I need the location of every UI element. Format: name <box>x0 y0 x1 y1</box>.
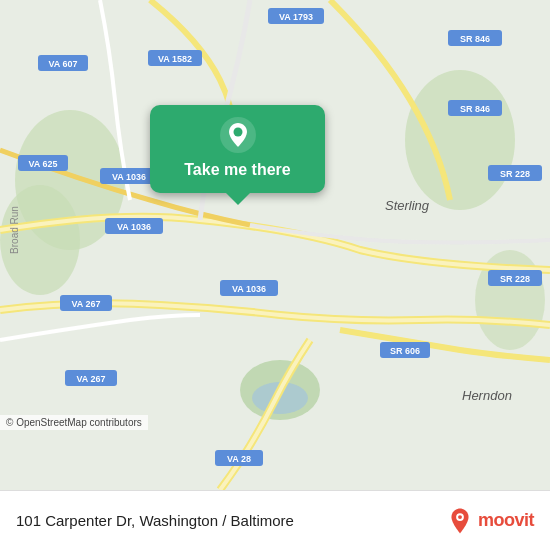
moovit-brand-text: moovit <box>478 510 534 531</box>
svg-text:VA 625: VA 625 <box>28 159 57 169</box>
svg-text:Sterling: Sterling <box>385 198 430 213</box>
footer: 101 Carpenter Dr, Washington / Baltimore… <box>0 490 550 550</box>
copyright-notice: © OpenStreetMap contributors <box>0 415 148 430</box>
moovit-pin-icon <box>446 507 474 535</box>
svg-text:VA 267: VA 267 <box>76 374 105 384</box>
callout-label: Take me there <box>184 161 290 179</box>
svg-text:SR 228: SR 228 <box>500 274 530 284</box>
address-label: 101 Carpenter Dr, Washington / Baltimore <box>16 512 294 529</box>
moovit-logo: moovit <box>446 507 534 535</box>
svg-text:VA 267: VA 267 <box>71 299 100 309</box>
svg-text:SR 606: SR 606 <box>390 346 420 356</box>
svg-text:Broad Run: Broad Run <box>9 206 20 254</box>
svg-text:VA 1793: VA 1793 <box>279 12 313 22</box>
svg-text:VA 1582: VA 1582 <box>158 54 192 64</box>
take-me-there-callout[interactable]: Take me there <box>150 105 325 193</box>
svg-text:SR 846: SR 846 <box>460 34 490 44</box>
map-container: VA 1793 VA 607 VA 1582 VA 625 VA 1036 VA… <box>0 0 550 490</box>
svg-point-43 <box>458 515 462 519</box>
svg-text:SR 846: SR 846 <box>460 104 490 114</box>
svg-point-4 <box>405 70 515 210</box>
svg-text:VA 607: VA 607 <box>48 59 77 69</box>
svg-text:VA 1036: VA 1036 <box>112 172 146 182</box>
svg-text:VA 28: VA 28 <box>227 454 251 464</box>
svg-text:SR 228: SR 228 <box>500 169 530 179</box>
svg-text:VA 1036: VA 1036 <box>232 284 266 294</box>
svg-text:Herndon: Herndon <box>462 388 512 403</box>
svg-text:VA 1036: VA 1036 <box>117 222 151 232</box>
svg-point-41 <box>233 128 242 137</box>
location-pin-icon <box>220 117 256 153</box>
